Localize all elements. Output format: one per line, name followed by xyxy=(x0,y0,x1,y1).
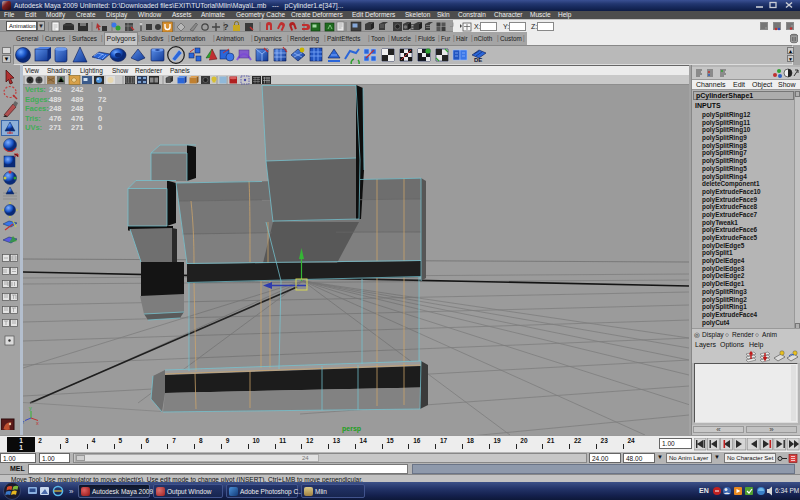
svg-text:476: 476 xyxy=(49,114,62,123)
svg-text:DE: DE xyxy=(474,57,482,63)
svg-text:x: x xyxy=(36,420,39,426)
svg-text:242: 242 xyxy=(71,85,84,94)
svg-text:0: 0 xyxy=(98,123,102,132)
svg-text:248: 248 xyxy=(49,104,62,113)
svg-text:UVs:: UVs: xyxy=(25,123,42,132)
svg-text:476: 476 xyxy=(71,114,84,123)
svg-text:y: y xyxy=(29,405,32,411)
svg-text:489: 489 xyxy=(49,95,62,104)
svg-text:»: » xyxy=(69,487,74,496)
svg-text:72: 72 xyxy=(98,95,106,104)
svg-text:persp: persp xyxy=(342,425,361,433)
svg-text:271: 271 xyxy=(49,123,62,132)
svg-text:242: 242 xyxy=(49,85,62,94)
svg-text:0: 0 xyxy=(98,114,102,123)
svg-text:Faces:: Faces: xyxy=(25,104,49,113)
svg-text:489: 489 xyxy=(71,95,84,104)
svg-text:248: 248 xyxy=(71,104,84,113)
svg-text:0: 0 xyxy=(98,85,102,94)
svg-text:Verts:: Verts: xyxy=(25,85,46,94)
svg-text:Edges:: Edges: xyxy=(25,95,50,104)
svg-text:0: 0 xyxy=(98,104,102,113)
svg-text:271: 271 xyxy=(71,123,84,132)
svg-text:?: ? xyxy=(223,22,229,32)
svg-text:Tris:: Tris: xyxy=(25,114,41,123)
